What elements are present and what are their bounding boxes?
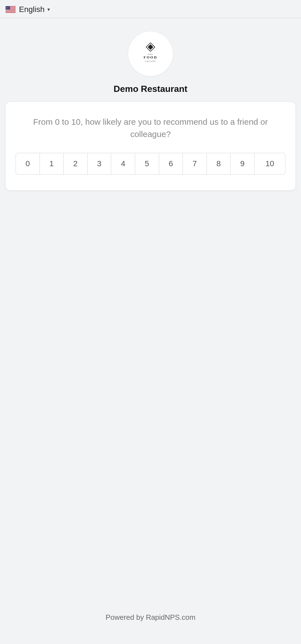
svg-text:SQUARE: SQUARE [145, 60, 156, 62]
svg-text:★★★★★: ★★★★★ [6, 9, 9, 10]
nps-scale: 012345678910 [16, 153, 285, 175]
footer: Powered by RapidNPS.com [0, 613, 301, 622]
nps-button-8[interactable]: 8 [207, 153, 231, 174]
nps-button-9[interactable]: 9 [230, 153, 254, 174]
svg-rect-5 [6, 11, 16, 11]
nps-button-2[interactable]: 2 [64, 153, 88, 174]
logo-svg: THE FOOD SQUARE [138, 43, 163, 65]
nps-button-7[interactable]: 7 [183, 153, 207, 174]
footer-text: Powered by RapidNPS.com [106, 613, 195, 621]
nps-button-5[interactable]: 5 [135, 153, 159, 174]
nps-button-6[interactable]: 6 [159, 153, 183, 174]
svg-rect-6 [6, 12, 16, 12]
chevron-down-icon: ▾ [47, 6, 50, 13]
logo-circle: THE FOOD SQUARE [128, 31, 173, 76]
language-label: English [19, 5, 45, 14]
nps-button-4[interactable]: 4 [111, 153, 135, 174]
nps-button-10[interactable]: 10 [254, 153, 285, 174]
restaurant-name: Demo Restaurant [114, 84, 188, 94]
survey-card: From 0 to 10, how likely are you to reco… [6, 102, 295, 190]
logo-container: THE FOOD SQUARE Demo Restaurant [0, 31, 301, 94]
svg-rect-4 [6, 10, 16, 10]
nps-button-3[interactable]: 3 [88, 153, 111, 174]
us-flag-icon: ★★★★★★ ★★★★★ ★★★★★★ ★★★★★ [6, 6, 16, 13]
brand-logo-icon: THE FOOD SQUARE [138, 43, 163, 65]
svg-text:FOOD: FOOD [144, 55, 157, 59]
survey-question: From 0 to 10, how likely are you to reco… [16, 116, 285, 140]
nps-button-1[interactable]: 1 [40, 153, 64, 174]
nps-button-0[interactable]: 0 [16, 153, 40, 174]
top-bar: ★★★★★★ ★★★★★ ★★★★★★ ★★★★★ English ▾ [0, 0, 301, 18]
